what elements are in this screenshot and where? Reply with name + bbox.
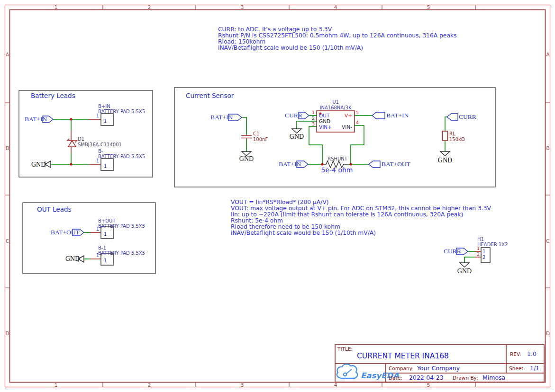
pad-footprint: BATTERY PAD 5.5X5: [98, 109, 145, 114]
pin-number: 4: [356, 120, 359, 125]
schematic-page: 1 2 3 4 5 1 2 3 4 5 A B C D A B C D CURR…: [0, 0, 555, 392]
pad-b-plus-in[interactable]: 1 1 B+IN BATTERY PAD 5.5X5: [96, 104, 145, 125]
frame-outer-border: [5, 5, 550, 387]
ic-u1[interactable]: U1 INA168NA/3K 1 2 3 5 4 OUT GND VIN+ V+…: [312, 99, 359, 132]
gnd-flag[interactable]: GND: [31, 161, 51, 168]
capacitor-ref: C1: [253, 131, 259, 136]
rev-value[interactable]: 1.0: [527, 350, 537, 357]
annotation-line: Iin: up to ~220A (limit that Rshunt can …: [231, 211, 463, 218]
netflag-bat-in[interactable]: BAT+IN: [25, 116, 53, 123]
pin-name: V+: [345, 113, 352, 118]
wire[interactable]: [464, 257, 475, 263]
wire[interactable]: [242, 117, 246, 135]
pad-number: 1: [104, 258, 107, 263]
frame-inner-border: [10, 10, 546, 383]
pin-number: 3: [312, 121, 315, 126]
frame-col-label: 1: [55, 382, 58, 388]
frame-row-label: A: [546, 52, 550, 57]
netflag-bat-out[interactable]: BAT+OUT: [51, 229, 84, 236]
wire[interactable]: [445, 117, 447, 131]
frame-ticks-right: [546, 103, 550, 288]
pad-name: B-1: [98, 245, 106, 250]
header-ref: H1: [477, 237, 484, 242]
pad-name: B+OUT: [98, 218, 116, 223]
annotation-middle[interactable]: VOUT = Iin*RS*Rload* (200 µA/V) VOUT: ma…: [231, 199, 491, 236]
resistor-rshunt[interactable]: RSHUNT 5e-4 ohm: [321, 156, 353, 174]
date-value[interactable]: 2022-04-23: [409, 374, 444, 381]
annotation-top[interactable]: CURR: to ADC. It's a voltage up to 3.3V …: [218, 26, 456, 51]
pin-name: GND: [319, 118, 330, 124]
sheet-value[interactable]: 1/1: [530, 365, 539, 372]
pad-number: 1: [482, 249, 485, 254]
pad-b-minus[interactable]: 1 1 B- BATTERY PAD 5.5X5: [96, 149, 145, 170]
schematic-canvas[interactable]: 1 2 3 4 5 1 2 3 4 5 A B C D A B C D CURR…: [0, 0, 555, 392]
netflag-label: CURR: [285, 112, 302, 119]
pin-number: 2: [312, 116, 315, 121]
battery-leads-group[interactable]: Battery Leads BAT+IN 1 1 B+IN BATTERY PA…: [19, 90, 153, 177]
wire-junction: [349, 163, 352, 165]
pad-footprint: BATTERY PAD 5.5X5: [98, 154, 145, 159]
resistor-value: 150kΩ: [449, 137, 465, 142]
gnd-flag[interactable]: GND: [457, 263, 472, 275]
ic-ref: U1: [332, 99, 339, 105]
netflag-label: BAT+IN: [25, 116, 47, 123]
drawn-by-value[interactable]: Mimosa: [482, 374, 505, 381]
out-leads-group[interactable]: OUT Leads BAT+OUT 1 1 B+OUT BATTERY PAD …: [23, 203, 155, 274]
frame-row-label: A: [6, 52, 9, 57]
frame-ticks: [5, 5, 550, 387]
netflag-curr-u1[interactable]: CURR: [285, 112, 309, 119]
frame-col-label: 3: [241, 382, 244, 388]
pad-footprint: BATTERY PAD 5.5X5: [98, 250, 145, 256]
netflag-label: CURR: [444, 248, 461, 255]
company-value[interactable]: Your Company: [417, 365, 460, 372]
netflag-label: BAT+OUT: [51, 229, 80, 236]
wire-junction: [321, 163, 323, 165]
netflag-curr-rl[interactable]: CURR: [447, 113, 476, 120]
annotation-line: Rload: 150kohm: [218, 38, 265, 45]
pad-b-plus-out[interactable]: 1 1 B+OUT BATTERY PAD 5.5X5: [96, 218, 145, 239]
gnd-flag[interactable]: GND: [438, 151, 452, 164]
pad-symbol: [101, 114, 113, 125]
gnd-flag[interactable]: GND: [239, 151, 254, 162]
frame-col-label: 1: [55, 4, 58, 10]
annotation-line: VOUT = Iin*RS*Rload* (200 µA/V): [231, 199, 329, 205]
header-h1-group[interactable]: CURR H1 HEADER 1X2 1 2 1 2 GND: [444, 237, 508, 275]
resistor-ref: RL: [449, 131, 455, 136]
netflag-bat-in-shunt[interactable]: BAT+IN: [279, 160, 308, 168]
header-h1[interactable]: H1 HEADER 1X2 1 2 1 2: [477, 237, 508, 263]
resistor-value: 5e-4 ohm: [321, 166, 353, 174]
pin-number: 5: [356, 110, 359, 115]
current-sensor-group[interactable]: Current Sensor BAT+IN C1 100nF GND U1 IN…: [174, 88, 495, 187]
gnd-flag[interactable]: GND: [290, 129, 304, 140]
tvs-diode-d1[interactable]: D1 SMBJ36A-C114001: [67, 130, 122, 153]
easyeda-cloud-icon: [337, 364, 357, 378]
netflag-bat-out-shunt[interactable]: BAT+OUT: [369, 160, 411, 168]
gnd-flag[interactable]: GND: [65, 255, 84, 262]
pin-number: 1: [312, 110, 315, 115]
netflag-bat-in-c1[interactable]: BAT+IN: [210, 114, 242, 121]
netflag-bat-in-vplus[interactable]: BAT+IN: [372, 112, 409, 119]
resistor-ref: RSHUNT: [328, 156, 348, 161]
pad-b-1[interactable]: 1 1 B-1 BATTERY PAD 5.5X5: [96, 245, 145, 265]
sheet-frame: 1 2 3 4 5 1 2 3 4 5 A B C D A B C D: [5, 4, 550, 388]
gnd-triangle-icon: [292, 129, 301, 133]
sheet-title[interactable]: CURRENT METER INA168: [357, 352, 449, 360]
rev-label: REV:: [510, 351, 521, 357]
wire-junction: [70, 118, 72, 120]
annotation-line: iNAV/Betaflight scale would be 150 (1/10…: [231, 230, 376, 236]
easyeda-cloud-node-icon: [344, 373, 346, 376]
frame-row-label: D: [5, 330, 9, 336]
frame-ticks-bottom: [103, 383, 475, 387]
gnd-arrow-icon: [45, 161, 51, 168]
pad-footprint: BATTERY PAD 5.5X5: [98, 223, 145, 229]
netflag-curr-h1[interactable]: CURR: [444, 248, 468, 255]
gnd-triangle-icon: [440, 151, 450, 156]
pin-number: 1: [477, 246, 480, 251]
resistor-rl[interactable]: RL 150kΩ: [443, 131, 465, 142]
annotation-line: iNAV/Betaflight scale would be 150 (1/10…: [218, 45, 363, 51]
frame-row-label: B: [546, 145, 549, 151]
capacitor-c1[interactable]: C1 100nF: [241, 131, 268, 142]
pad-symbol: [101, 159, 113, 170]
diode-value: SMBJ36A-C114001: [78, 142, 122, 147]
title-block[interactable]: TITLE: CURRENT METER INA168 REV: 1.0 Eas…: [335, 345, 544, 382]
